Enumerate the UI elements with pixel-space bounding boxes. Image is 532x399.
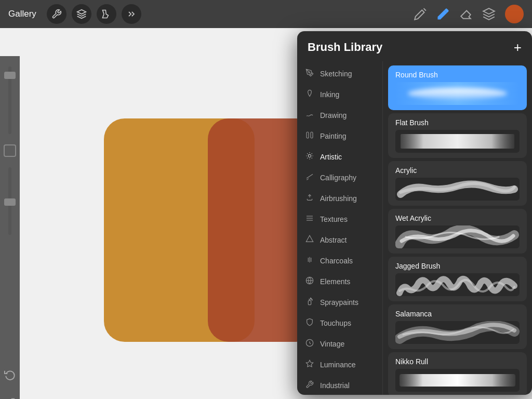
panel-body: Sketching Inking Drawing Painting Artist…	[297, 61, 532, 395]
category-label: Sketching	[320, 70, 352, 78]
toolbar: Gallery	[0, 0, 532, 28]
brush-preview-acrylic	[395, 178, 520, 201]
user-avatar[interactable]	[505, 5, 524, 23]
category-item-luminance[interactable]: Luminance	[297, 354, 382, 375]
category-label: Artistic	[320, 153, 342, 161]
selection-button[interactable]	[122, 4, 141, 24]
brush-item-jagged-brush[interactable]: Jagged Brush	[388, 257, 527, 301]
category-item-artistic[interactable]: Artistic	[297, 147, 382, 167]
smudge-button[interactable]	[97, 4, 116, 24]
category-item-sketching[interactable]: Sketching	[297, 63, 382, 84]
category-item-touchups[interactable]: Touchups	[297, 313, 382, 334]
industrial-icon	[304, 380, 315, 391]
pencil-icon	[304, 69, 315, 79]
undo-button[interactable]	[4, 369, 16, 383]
draw-icon	[304, 110, 315, 121]
svg-rect-21	[401, 134, 514, 149]
category-label: Touchups	[320, 319, 351, 327]
svg-rect-2	[104, 118, 255, 342]
svg-rect-22	[400, 374, 515, 387]
category-list: Sketching Inking Drawing Painting Artist…	[297, 61, 383, 395]
panel-title: Brush Library	[308, 41, 382, 54]
category-item-inking[interactable]: Inking	[297, 84, 382, 105]
category-label: Elements	[320, 277, 350, 286]
category-item-industrial[interactable]: Industrial	[297, 375, 382, 395]
brush-label: Wet Acrylic	[395, 214, 520, 222]
calligraphy-icon	[304, 172, 315, 183]
brush-preview-round	[395, 82, 520, 105]
brush-item-flat-brush[interactable]: Flat Brush	[388, 113, 527, 158]
category-label: Drawing	[320, 111, 347, 119]
category-label: Airbrushing	[320, 194, 357, 203]
spray-icon	[304, 297, 315, 308]
triangle-icon	[304, 235, 315, 245]
category-label: Inking	[320, 90, 339, 99]
category-label: Luminance	[320, 361, 356, 369]
layers-tool-button[interactable]	[482, 7, 496, 21]
gallery-button[interactable]: Gallery	[8, 9, 36, 19]
charcoal-icon	[304, 256, 315, 266]
brush-preview-salamanca	[395, 321, 520, 344]
category-item-drawing[interactable]: Drawing	[297, 105, 382, 126]
svg-point-17	[312, 300, 312, 300]
brush-size-slider[interactable]	[8, 66, 11, 134]
airbrush-icon	[304, 193, 315, 204]
brush-library-panel: Brush Library + Sketching Inking Drawing…	[297, 31, 532, 395]
pencil-tool-button[interactable]	[414, 7, 427, 21]
category-item-abstract[interactable]: Abstract	[297, 230, 382, 250]
svg-point-18	[310, 298, 311, 298]
palette-icon	[304, 152, 315, 162]
brush-item-nikko-rull[interactable]: Nikko Rull	[388, 352, 527, 395]
brush-label: Jagged Brush	[395, 262, 520, 270]
category-label: Textures	[320, 215, 348, 223]
category-label: Abstract	[320, 236, 347, 244]
svg-rect-15	[308, 301, 311, 305]
category-item-airbrushing[interactable]: Airbrushing	[297, 188, 382, 209]
category-label: Spraypaints	[320, 298, 358, 307]
svg-line-0	[424, 8, 426, 10]
left-sidebar	[0, 56, 20, 399]
brush-item-salamanca[interactable]: Salamanca	[388, 304, 527, 349]
brush-label: Flat Brush	[395, 118, 520, 127]
wrench-button[interactable]	[47, 4, 66, 24]
category-label: Calligraphy	[320, 174, 356, 182]
category-item-elements[interactable]: Elements	[297, 271, 382, 292]
brush-label: Acrylic	[395, 166, 520, 175]
svg-marker-9	[306, 235, 313, 242]
svg-point-5	[308, 154, 311, 157]
svg-marker-20	[306, 360, 313, 367]
brush-preview-jagged-brush	[395, 273, 520, 296]
eraser-tool-button[interactable]	[459, 7, 473, 21]
luminance-icon	[304, 360, 315, 370]
ink-icon	[304, 89, 315, 100]
brush-preview-wet-acrylic	[395, 225, 520, 248]
right-tools	[414, 5, 524, 23]
category-item-textures[interactable]: Textures	[297, 209, 382, 230]
brush-label: Round Brush	[395, 71, 520, 79]
category-label: Charcoals	[320, 257, 353, 265]
opacity-slider[interactable]	[8, 167, 11, 235]
touchup-icon	[304, 318, 315, 328]
brush-label: Nikko Rull	[395, 357, 520, 366]
left-tools	[47, 4, 141, 24]
category-item-vintage[interactable]: Vintage	[297, 334, 382, 354]
add-brush-button[interactable]: +	[514, 41, 522, 54]
category-item-spraypaints[interactable]: Spraypaints	[297, 292, 382, 313]
brush-item-wet-acrylic[interactable]: Wet Acrylic	[388, 209, 527, 254]
elements-icon	[304, 276, 315, 287]
svg-point-4	[309, 72, 310, 73]
square-selector[interactable]	[4, 144, 16, 157]
texture-icon	[304, 214, 315, 224]
category-item-charcoals[interactable]: Charcoals	[297, 250, 382, 271]
category-label: Vintage	[320, 340, 344, 348]
brush-list: Round Brush Flat Brush Acrylic	[383, 61, 532, 395]
brush-tool-button[interactable]	[436, 7, 450, 21]
category-item-calligraphy[interactable]: Calligraphy	[297, 167, 382, 188]
panel-header: Brush Library +	[297, 31, 532, 61]
brush-preview-flat-brush	[395, 130, 520, 153]
adjustments-button[interactable]	[72, 4, 91, 24]
category-label: Painting	[320, 132, 347, 140]
brush-item-acrylic[interactable]: Acrylic	[388, 161, 527, 206]
brush-item-round-brush[interactable]: Round Brush	[388, 65, 527, 110]
category-item-painting[interactable]: Painting	[297, 126, 382, 147]
